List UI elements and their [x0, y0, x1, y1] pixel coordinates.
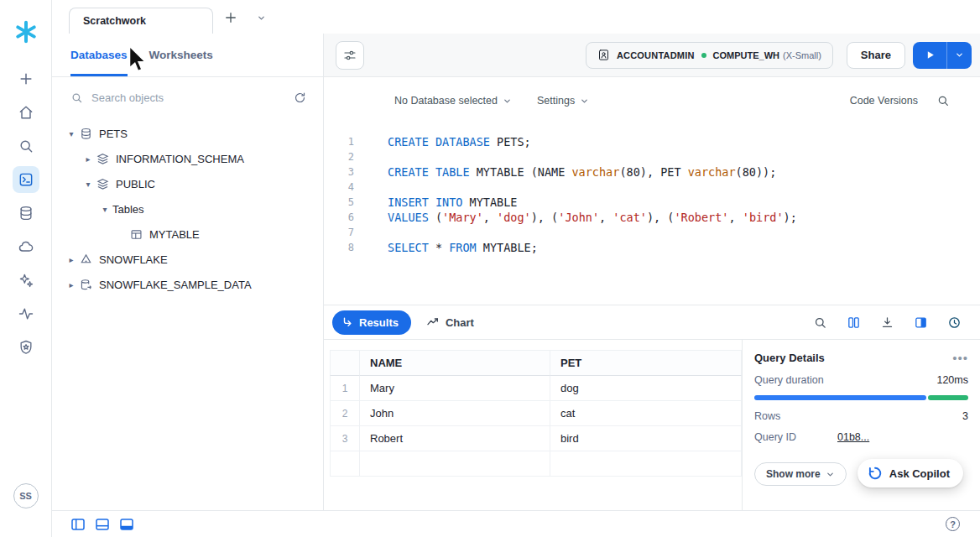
- rail-search-button[interactable]: [13, 133, 39, 159]
- tree-item-tables[interactable]: ▾Tables: [52, 196, 323, 222]
- worksheet-list-dropdown[interactable]: [248, 5, 274, 30]
- table-cell[interactable]: cat: [550, 401, 742, 426]
- code-versions-link[interactable]: Code Versions: [850, 95, 918, 107]
- role-label: ACCOUNTADMIN: [617, 50, 695, 60]
- share-button[interactable]: Share: [847, 42, 905, 69]
- row-number: 2: [330, 401, 360, 426]
- chevron-down-icon[interactable]: ▾: [97, 205, 112, 214]
- chevron-right-icon[interactable]: ▸: [64, 255, 79, 264]
- code-line-6[interactable]: 6VALUES ('Mary', 'dog'), ('John', 'cat')…: [324, 210, 980, 225]
- tab-results[interactable]: Results: [332, 310, 411, 335]
- tab-worksheets[interactable]: Worksheets: [149, 34, 213, 76]
- query-details-menu[interactable]: •••: [952, 355, 968, 362]
- search-objects-input[interactable]: [91, 91, 285, 104]
- database-icon: [18, 205, 34, 222]
- tree-item-information_schema[interactable]: ▸INFORMATION_SCHEMA: [52, 146, 323, 171]
- worksheet-header: ACCOUNTADMIN COMPUTE_WH (X-Small) Share: [324, 34, 980, 77]
- query-duration-bar: [754, 395, 968, 400]
- line-number: 3: [324, 164, 354, 180]
- worksheet-tab-scratchwork[interactable]: Scratchwork: [69, 8, 213, 34]
- tab-databases[interactable]: Databases: [70, 34, 128, 76]
- table-cell[interactable]: Mary: [360, 376, 550, 401]
- chevron-right-icon[interactable]: ▸: [64, 280, 79, 289]
- tree-item-pets[interactable]: ▾PETS: [52, 121, 323, 146]
- tree-item-snowflake[interactable]: ▸SNOWFLAKE: [52, 247, 323, 272]
- column-header-pet[interactable]: PET: [550, 350, 742, 376]
- cloud-icon: [18, 238, 34, 255]
- split-view-icon[interactable]: [914, 315, 928, 330]
- worksheet-tabstrip: Scratchwork: [52, 0, 980, 34]
- history-clock-icon[interactable]: [947, 315, 962, 330]
- code-line-4[interactable]: 4: [324, 180, 980, 195]
- line-number: 2: [324, 149, 354, 164]
- database-tree: ▾PETS▸INFORMATION_SCHEMA▾PUBLIC▾TablesMY…: [52, 117, 323, 297]
- query-id-link[interactable]: 01b8...: [837, 431, 869, 443]
- results-search-icon[interactable]: [813, 315, 827, 330]
- toggle-bottom-panel-icon[interactable]: [96, 519, 109, 530]
- chevron-down-icon[interactable]: ▾: [81, 180, 96, 189]
- status-bar: ?: [52, 510, 980, 537]
- table-row[interactable]: 1Marydog: [330, 376, 742, 401]
- columns-icon[interactable]: [847, 315, 861, 330]
- code-line-3[interactable]: 3CREATE TABLE MYTABLE (NAME varchar(80),…: [324, 164, 980, 180]
- rail-projects-button[interactable]: [13, 166, 39, 193]
- sliders-icon: [342, 48, 357, 63]
- play-icon: [925, 50, 936, 60]
- chevron-right-icon[interactable]: ▸: [81, 154, 96, 164]
- tree-item-mytable[interactable]: MYTABLE: [52, 222, 323, 247]
- ask-copilot-button[interactable]: Ask Copilot: [858, 459, 963, 487]
- database-system-icon: [79, 253, 92, 266]
- table-cell[interactable]: Robert: [360, 426, 550, 451]
- snowflake-logo[interactable]: [13, 18, 39, 45]
- editor-search-icon[interactable]: [936, 94, 950, 107]
- row-number: 3: [330, 426, 360, 451]
- user-avatar[interactable]: SS: [13, 483, 39, 508]
- line-number: 8: [324, 240, 354, 255]
- code-line-8[interactable]: 8SELECT * FROM MYTABLE;: [324, 240, 980, 255]
- tree-item-public[interactable]: ▾PUBLIC: [52, 171, 323, 196]
- rail-admin-button[interactable]: [13, 334, 39, 361]
- worksheets-icon: [18, 171, 34, 188]
- code-text: CREATE TABLE MYTABLE (NAME varchar(80), …: [388, 164, 776, 180]
- help-button[interactable]: ?: [946, 517, 960, 531]
- rail-monitoring-button[interactable]: [13, 300, 39, 327]
- table-cell[interactable]: bird: [550, 426, 742, 451]
- chevron-down-icon[interactable]: ▾: [64, 129, 79, 138]
- results-tab-label: Results: [359, 316, 399, 329]
- rail-data-button[interactable]: [13, 200, 39, 227]
- duration-segment-other: [928, 395, 968, 400]
- run-button[interactable]: [913, 42, 946, 69]
- download-icon[interactable]: [880, 315, 894, 330]
- tab-chart[interactable]: Chart: [426, 315, 474, 329]
- expand-bottom-panel-icon[interactable]: [120, 519, 133, 530]
- settings-dropdown[interactable]: Settings: [537, 95, 589, 107]
- table-cell[interactable]: John: [360, 401, 550, 426]
- code-line-1[interactable]: 1CREATE DATABASE PETS;: [324, 134, 980, 149]
- rail-create-button[interactable]: [13, 65, 39, 92]
- filters-button[interactable]: [336, 41, 364, 70]
- table-cell[interactable]: dog: [550, 376, 742, 401]
- shield-icon: [18, 339, 34, 356]
- database-selector-dropdown[interactable]: No Database selected: [394, 95, 512, 107]
- table-row[interactable]: 2Johncat: [330, 401, 742, 426]
- code-line-2[interactable]: 2: [324, 149, 980, 164]
- tree-item-snowflake_sample_data[interactable]: ▸SNOWFLAKE_SAMPLE_DATA: [52, 272, 323, 297]
- tree-item-label: SNOWFLAKE: [99, 253, 168, 266]
- new-worksheet-button[interactable]: [218, 5, 243, 30]
- rail-home-button[interactable]: [13, 99, 39, 126]
- explorer-tabs: Databases Worksheets: [52, 34, 323, 77]
- toggle-left-panel-icon[interactable]: [71, 519, 85, 530]
- run-options-button[interactable]: [946, 42, 972, 69]
- column-header-name[interactable]: NAME: [360, 350, 550, 376]
- refresh-icon[interactable]: [294, 91, 306, 104]
- rail-marketplace-button[interactable]: [13, 233, 39, 260]
- context-selector[interactable]: ACCOUNTADMIN COMPUTE_WH (X-Small): [586, 42, 833, 69]
- sparkles-icon: [18, 272, 34, 289]
- table-row-empty: [330, 451, 742, 477]
- table-row[interactable]: 3Robertbird: [330, 426, 742, 451]
- sql-editor[interactable]: 1CREATE DATABASE PETS;23CREATE TABLE MYT…: [324, 124, 980, 305]
- code-line-5[interactable]: 5INSERT INTO MYTABLE: [324, 195, 980, 210]
- rail-ai-ml-button[interactable]: [13, 267, 39, 294]
- code-line-7[interactable]: 7: [324, 225, 980, 240]
- show-more-button[interactable]: Show more: [754, 462, 847, 486]
